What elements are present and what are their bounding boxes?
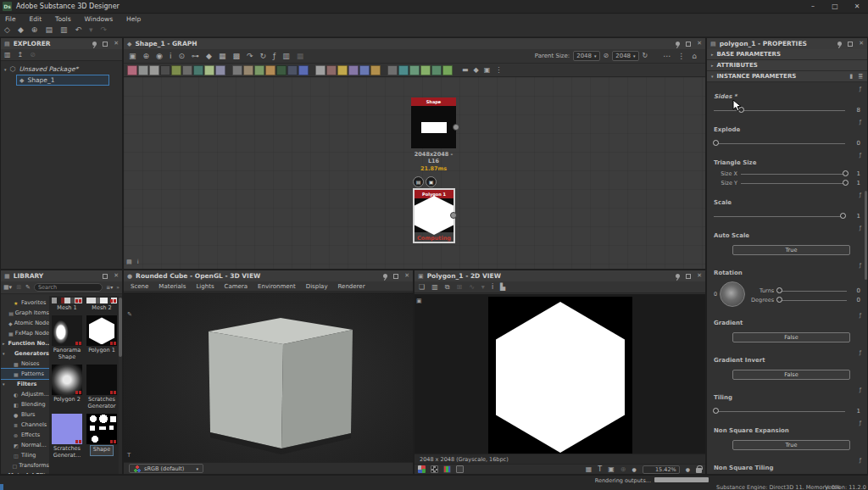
node-palette-button[interactable] [215, 65, 225, 75]
function-icon[interactable]: ƒ [860, 420, 861, 426]
graph-bookmark-icon[interactable]: ▤ [126, 259, 132, 265]
view2d-canvas[interactable]: ▣ [415, 294, 705, 454]
node-palette-button[interactable] [398, 65, 409, 75]
open-folder-icon[interactable]: ▤ [45, 26, 53, 34]
node-palette-button[interactable] [420, 65, 431, 75]
pin-icon[interactable] [383, 274, 387, 278]
shape-node[interactable]: Shape 2048x2048 - L16 21.87ms [411, 97, 456, 172]
zoom-icon[interactable]: ⊙ [178, 53, 185, 60]
package-label[interactable]: Unsaved Package* [19, 65, 79, 73]
function-icon[interactable]: ƒ [273, 53, 275, 60]
display-icon[interactable]: ▥ [282, 53, 290, 60]
size-x-slider-handle[interactable] [843, 170, 849, 176]
degrees-slider-handle[interactable] [776, 297, 782, 303]
node-palette-button[interactable] [171, 65, 181, 75]
link-package-icon[interactable]: ⊘ [30, 52, 36, 58]
rgb-channels-icon[interactable] [443, 465, 451, 473]
align-icon[interactable]: ▩ [232, 53, 240, 60]
shape-node-output-connector[interactable] [453, 124, 459, 131]
new-graph-icon[interactable]: ◆ [18, 26, 24, 34]
category-label[interactable]: Material Filt... [8, 472, 49, 474]
chevron-down-icon[interactable]: ▾ [4, 67, 7, 72]
section-attributes[interactable]: ▸ ATTRIBUTES [707, 60, 867, 71]
category-label[interactable]: FxMap Nodes [15, 330, 49, 337]
close-icon[interactable]: ✕ [697, 41, 702, 47]
library-item-thumbnail[interactable] [86, 365, 117, 395]
background-toggle-icon[interactable]: ▣ [416, 298, 422, 304]
close-icon[interactable]: ✕ [114, 41, 119, 47]
graph-tree-item[interactable]: ◆ Shape_1 [16, 75, 109, 86]
zoom-in-icon[interactable]: ● [686, 467, 690, 472]
float-icon[interactable] [686, 42, 691, 47]
parent-size-width-dropdown[interactable]: 2048▾ [573, 51, 599, 61]
category-label[interactable]: Channels [21, 421, 47, 428]
turns-slider-handle[interactable] [776, 287, 782, 293]
polygon-node-output-connector[interactable] [450, 212, 457, 219]
size-y-slider[interactable] [741, 183, 847, 184]
pin-icon[interactable] [676, 274, 680, 278]
view3d-menu-item[interactable]: Scene [131, 283, 148, 290]
function-icon[interactable]: ƒ [860, 457, 861, 464]
view3d-menu-item[interactable]: Lights [196, 283, 214, 290]
degrees-slider[interactable] [777, 300, 847, 301]
library-tree-item[interactable]: ★ Favorites [1, 298, 49, 308]
node-palette-button[interactable] [149, 65, 159, 75]
filtering-icon[interactable]: ∿ [469, 284, 475, 291]
chevron-icon[interactable]: ▾ [3, 351, 7, 356]
turns-value[interactable]: 0 [850, 287, 860, 294]
link-icon[interactable]: ⊕ [31, 26, 38, 34]
library-tree-item[interactable]: ● Blurs [1, 409, 49, 420]
copy-image-icon[interactable]: ⧉ [445, 284, 450, 291]
size-y-slider-handle[interactable] [843, 180, 849, 186]
function-icon[interactable]: ƒ [860, 225, 861, 231]
library-item[interactable]: Scratches Generat... [51, 414, 83, 461]
float-icon[interactable] [103, 42, 108, 47]
library-tree-item[interactable]: ◆ Atomic Nodes [1, 318, 49, 328]
save-image-icon[interactable]: ▥ [431, 284, 438, 291]
import-icon[interactable]: ↥ [18, 52, 24, 58]
library-item[interactable]: Mesh 2 [86, 298, 118, 314]
library-tree-item[interactable]: ▸ Function No... [1, 338, 49, 348]
tiling-slider[interactable] [714, 411, 845, 412]
manage-icon[interactable]: ⊞ [16, 285, 21, 291]
pin-icon[interactable] [837, 42, 842, 46]
node-palette-button[interactable] [298, 65, 309, 75]
preset-menu-icon[interactable]: ≣ [858, 74, 863, 80]
library-item[interactable]: Scratches Generator [86, 365, 118, 412]
dot-options-icon[interactable]: ⋯ [663, 53, 670, 60]
library-item-thumbnail[interactable] [52, 365, 82, 395]
explode-slider-handle[interactable] [713, 140, 719, 146]
polygon-node-body[interactable] [415, 198, 453, 232]
node-palette-button[interactable] [337, 65, 348, 75]
scale-slider-handle[interactable] [840, 213, 846, 219]
node-palette-button[interactable] [243, 65, 253, 75]
degrees-value[interactable]: 0 [850, 297, 860, 303]
node-palette-button[interactable] [127, 65, 137, 75]
node-palette-button[interactable] [254, 65, 264, 75]
close-icon[interactable]: ✕ [114, 273, 119, 279]
library-tree-item[interactable]: ◫ Tiling [1, 450, 49, 460]
gradient-invert-toggle-button[interactable]: False [732, 370, 850, 380]
zoom-out-icon[interactable]: ● [632, 467, 637, 472]
node-palette-button[interactable] [232, 65, 242, 75]
function-icon[interactable]: ƒ [860, 86, 861, 92]
float-icon[interactable] [848, 42, 853, 47]
category-label[interactable]: Tiling [21, 452, 36, 459]
menu-item[interactable]: Windows [85, 15, 113, 23]
search-input[interactable] [34, 283, 103, 292]
explode-value[interactable]: 0 [850, 140, 860, 147]
node-palette-button[interactable] [160, 65, 170, 75]
turns-slider[interactable] [777, 291, 847, 292]
node-palette-button[interactable] [326, 65, 337, 75]
parent-size-height-dropdown[interactable]: 2048▾ [612, 51, 638, 61]
image-view-icon[interactable] [456, 465, 464, 473]
information-icon[interactable]: i [492, 284, 493, 291]
library-item-thumbnail[interactable] [52, 315, 82, 346]
size-x-value[interactable]: 1 [850, 170, 860, 177]
menu-item[interactable]: File [5, 15, 16, 23]
node-palette-button[interactable] [315, 65, 326, 75]
category-label[interactable]: Atomic Nodes [14, 320, 49, 326]
info-icon[interactable]: i [170, 53, 172, 60]
arrange-icon[interactable]: ↷ [247, 53, 253, 60]
scale-slider[interactable] [714, 216, 845, 217]
